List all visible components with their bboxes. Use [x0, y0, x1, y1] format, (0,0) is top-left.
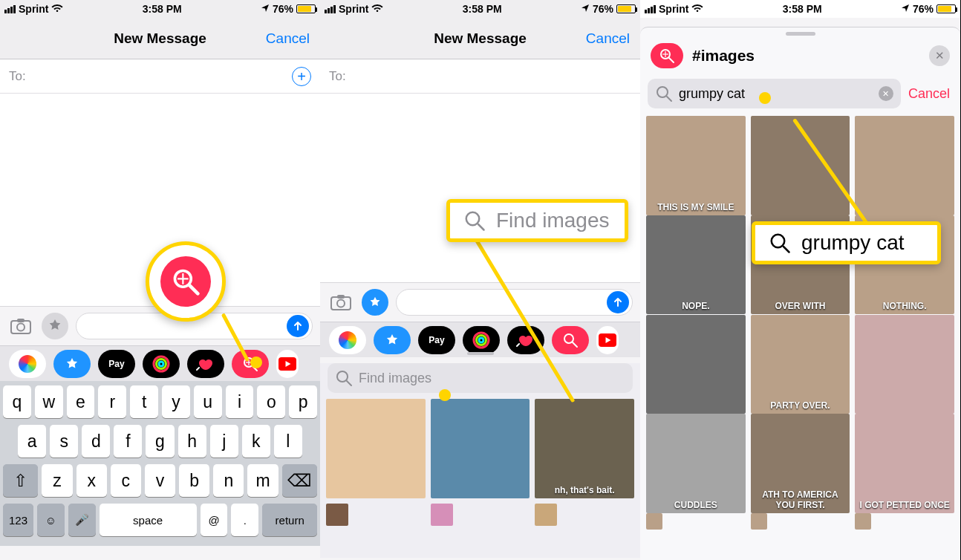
add-contact-button[interactable]: +: [292, 67, 311, 86]
gif-thumb[interactable]: nh, that's bait.: [535, 399, 634, 498]
app-images[interactable]: [552, 326, 589, 354]
result-thumb[interactable]: CUDDLES: [646, 414, 746, 513]
gif-thumb[interactable]: [326, 399, 426, 498]
app-activity[interactable]: [463, 326, 500, 354]
find-images-input[interactable]: Find images: [328, 363, 633, 393]
result-thumb[interactable]: PARTY OVER.: [751, 315, 850, 414]
key-a[interactable]: a: [18, 425, 46, 458]
drawer-grabber-icon[interactable]: [467, 352, 494, 355]
search-input[interactable]: grumpy cat ✕: [648, 79, 901, 108]
key-u[interactable]: u: [194, 385, 222, 418]
gif-thumb[interactable]: [326, 504, 348, 526]
key-o[interactable]: o: [257, 385, 285, 418]
result-thumb[interactable]: [855, 513, 871, 530]
key-shift[interactable]: ⇧: [3, 464, 38, 497]
battery-icon: [616, 4, 636, 13]
key-z[interactable]: z: [42, 464, 72, 497]
key-emoji[interactable]: ☺: [37, 504, 65, 536]
key-p[interactable]: p: [289, 385, 317, 418]
cancel-button[interactable]: Cancel: [586, 30, 630, 47]
key-backspace[interactable]: ⌫: [282, 464, 317, 497]
app-drawer[interactable]: Pay: [320, 322, 640, 357]
cell-signal-icon: [4, 5, 16, 13]
gif-thumb[interactable]: [431, 399, 530, 498]
key-g[interactable]: g: [146, 425, 174, 458]
key-123[interactable]: 123: [3, 504, 33, 536]
app-youtube[interactable]: [596, 326, 619, 354]
search-value: grumpy cat: [679, 86, 745, 102]
carrier-label: Sprint: [19, 3, 48, 15]
key-return[interactable]: return: [262, 504, 317, 536]
location-icon: [901, 3, 910, 15]
key-at[interactable]: @: [201, 504, 228, 536]
keyboard[interactable]: qwertyuiop asdfghjkl ⇧ zxcvbnm ⌫ 123 ☺ 🎤…: [0, 381, 320, 546]
cancel-button[interactable]: Cancel: [908, 86, 950, 102]
app-youtube[interactable]: [276, 350, 299, 378]
key-dot[interactable]: .: [231, 504, 258, 536]
key-c[interactable]: c: [111, 464, 141, 497]
images-icon: [160, 256, 211, 307]
trending-grid: nh, that's bait.: [320, 399, 640, 526]
key-s[interactable]: s: [50, 425, 78, 458]
key-d[interactable]: d: [82, 425, 110, 458]
key-k[interactable]: k: [242, 425, 270, 458]
result-thumb[interactable]: [646, 513, 662, 530]
key-space[interactable]: space: [100, 504, 197, 536]
key-f[interactable]: f: [114, 425, 142, 458]
close-button[interactable]: ✕: [929, 45, 950, 66]
send-button[interactable]: [607, 291, 629, 313]
app-photos[interactable]: [329, 326, 366, 354]
gif-thumb[interactable]: [535, 504, 557, 526]
result-thumb[interactable]: THIS IS MY SMILE: [646, 116, 746, 215]
app-drawer[interactable]: Pay: [0, 345, 320, 381]
result-thumb[interactable]: ATH TO AMERICA YOU FIRST.: [751, 414, 850, 513]
key-r[interactable]: r: [98, 385, 126, 418]
key-x[interactable]: x: [76, 464, 107, 497]
app-activity[interactable]: [143, 350, 180, 378]
result-thumb[interactable]: [855, 116, 954, 215]
camera-button[interactable]: [7, 313, 34, 339]
key-mic[interactable]: 🎤: [68, 504, 96, 536]
key-n[interactable]: n: [213, 464, 244, 497]
key-y[interactable]: y: [162, 385, 190, 418]
result-thumb[interactable]: [646, 315, 746, 414]
app-apple-pay[interactable]: Pay: [418, 326, 455, 354]
gif-thumb[interactable]: [431, 504, 453, 526]
to-field-row[interactable]: To: +: [0, 59, 320, 94]
result-thumb[interactable]: I GOT PETTED ONCE: [855, 414, 954, 513]
cell-signal-icon: [325, 5, 336, 13]
sheet-grabber-icon[interactable]: [786, 32, 815, 36]
key-l[interactable]: l: [274, 425, 302, 458]
key-e[interactable]: e: [67, 385, 95, 418]
app-drawer-button[interactable]: [42, 313, 68, 339]
svg-point-5: [159, 362, 163, 366]
app-drawer-button[interactable]: [362, 289, 388, 316]
clear-search-button[interactable]: ✕: [879, 86, 893, 101]
key-v[interactable]: v: [145, 464, 175, 497]
app-photos[interactable]: [9, 350, 46, 378]
send-button[interactable]: [287, 315, 309, 337]
result-thumb[interactable]: NOPE.: [646, 215, 746, 315]
location-icon: [581, 3, 590, 15]
to-field-row[interactable]: To:: [320, 59, 640, 94]
status-bar: Sprint 3:58 PM 76%: [320, 0, 640, 18]
key-t[interactable]: t: [130, 385, 158, 418]
key-q[interactable]: q: [3, 385, 31, 418]
key-m[interactable]: m: [247, 464, 278, 497]
location-icon: [261, 3, 270, 15]
app-digital-touch[interactable]: [187, 350, 224, 378]
app-appstore[interactable]: [53, 350, 91, 378]
key-i[interactable]: i: [226, 385, 254, 418]
key-h[interactable]: h: [178, 425, 206, 458]
cancel-button[interactable]: Cancel: [266, 30, 310, 47]
result-thumb[interactable]: [751, 513, 767, 530]
key-w[interactable]: w: [35, 385, 63, 418]
key-b[interactable]: b: [179, 464, 209, 497]
app-appstore[interactable]: [374, 326, 411, 354]
key-j[interactable]: j: [210, 425, 238, 458]
app-apple-pay[interactable]: Pay: [98, 350, 135, 378]
svg-point-18: [479, 338, 483, 342]
empty-thread: [320, 94, 640, 282]
camera-button[interactable]: [328, 289, 354, 316]
result-thumb[interactable]: [855, 315, 954, 414]
